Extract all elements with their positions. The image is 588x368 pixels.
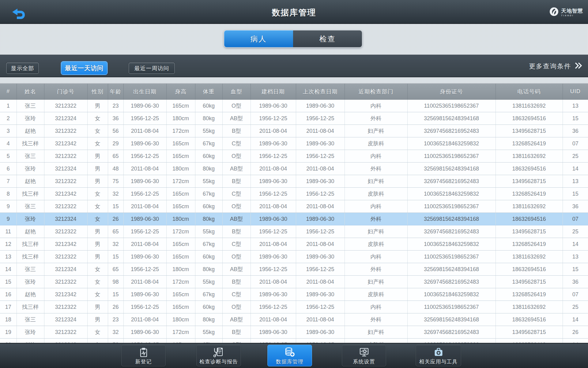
table-row[interactable]: 18张三3212324男232011-08-04180cm80kgAB型2011…: [0, 313, 588, 326]
table-cell: 325698156248394168: [407, 213, 496, 225]
table-cell: 3212322: [44, 276, 87, 288]
table-cell: 55kg: [195, 326, 222, 339]
table-row[interactable]: 16赵艳3212342女151989-06-30165cm67kgC型1989-…: [0, 288, 588, 301]
table-row[interactable]: 7赵艳3212322男751989-06-30172cm55kgB型1989-0…: [0, 175, 588, 188]
nav-exam-diagnosis-report-button[interactable]: 检查诊断与报告: [196, 345, 241, 366]
table-cell: 26: [108, 301, 123, 313]
table-row[interactable]: 11赵艳3212322男651956-12-25172cm55kgB型1956-…: [0, 225, 588, 238]
table-cell: 1: [0, 100, 17, 112]
show-all-button[interactable]: 显示全部: [6, 63, 39, 74]
column-header: 近期检查部门: [345, 83, 407, 100]
table-cell: 180cm: [166, 313, 195, 326]
table-row[interactable]: 17找三样3212322男261956-12-25165cm60kgO型1956…: [0, 301, 588, 313]
table-cell: 3212322: [44, 150, 87, 163]
column-header: UID: [563, 83, 588, 100]
table-cell: 15: [0, 276, 17, 288]
table-cell: 妇产科: [345, 175, 407, 188]
column-header: 上次检查日期: [296, 83, 345, 100]
database-medical-icon: [284, 347, 295, 358]
table-row[interactable]: 2张玲3212324女361956-12-25180cm80kgAB型1956-…: [0, 112, 588, 125]
table-cell: B型: [222, 326, 251, 339]
table-row[interactable]: 14张三3212324女651956-12-25180cm80kgAB型1956…: [0, 263, 588, 276]
table-cell: 326974568216952483: [407, 175, 496, 188]
table-cell: 15: [563, 263, 588, 276]
nav-label: 数据库管理: [276, 358, 303, 365]
table-cell: 75: [108, 175, 123, 188]
table-cell: 男: [87, 313, 108, 326]
table-cell: 女: [87, 112, 108, 125]
table-cell: 1989-06-30: [296, 251, 345, 263]
table-cell: 18: [0, 313, 17, 326]
nav-database-management-button[interactable]: 数据库管理: [267, 345, 312, 366]
table-cell: 110025365198652367: [407, 100, 496, 112]
table-cell: 15: [563, 112, 588, 125]
nav-apps-tools-button[interactable]: 相关应用与工具: [416, 345, 461, 366]
table-cell: 15: [563, 188, 588, 200]
table-cell: 67kg: [195, 238, 222, 251]
table-cell: 1989-06-30: [296, 137, 345, 150]
table-cell: 80kg: [195, 163, 222, 175]
tab-exam[interactable]: 检查: [293, 30, 362, 47]
table-cell: AB型: [222, 112, 251, 125]
table-cell: 14: [563, 163, 588, 175]
table-row[interactable]: 19张玲3212322女321989-06-30172cm55kgB型1989-…: [0, 326, 588, 339]
table-cell: 2011-08-04: [296, 313, 345, 326]
page-title: 数据库管理: [0, 0, 588, 24]
table-cell: 1956-12-25: [123, 188, 166, 200]
column-header: 体重: [195, 83, 222, 100]
table-cell: 110025365198652367: [407, 251, 496, 263]
table-row[interactable]: 6张玲3212324男482011-08-04180cm80kgAB型2011-…: [0, 163, 588, 175]
table-cell: 2011-08-04: [123, 200, 166, 213]
table-cell: 17: [0, 301, 17, 313]
table-row[interactable]: 3赵艳3212322女562011-08-04172cm55kgB型2011-0…: [0, 125, 588, 137]
table-cell: 外科: [345, 313, 407, 326]
patient-table: #姓名门诊号性别年龄出生日期身高体重血型建档日期上次检查日期近期检查部门身份证号…: [0, 83, 588, 351]
table-cell: 14: [0, 263, 17, 276]
column-header: 血型: [222, 83, 251, 100]
filter-bar: 显示全部 最近一天访问 最近一周访问 更多查询条件: [0, 55, 588, 77]
table-row[interactable]: 8找三样3212342女321956-12-25165cm67kgC型1956-…: [0, 188, 588, 200]
table-row[interactable]: 5张三3212322男651956-12-25165cm60kgO型1956-1…: [0, 150, 588, 163]
table-cell: B型: [222, 175, 251, 188]
table-cell: 1989-06-30: [251, 288, 296, 301]
more-query-link[interactable]: 更多查询条件: [529, 55, 582, 78]
table-cell: B型: [222, 125, 251, 137]
table-cell: 25: [563, 301, 588, 313]
table-cell: 14: [563, 313, 588, 326]
table-cell: 55kg: [195, 125, 222, 137]
nav-system-settings-button[interactable]: 系统设置: [342, 345, 386, 366]
table-row[interactable]: 12找三样3212342男322011-08-04165cm67kgC型2011…: [0, 238, 588, 251]
table-cell: 07: [563, 137, 588, 150]
table-cell: 赵艳: [17, 125, 44, 137]
table-row[interactable]: 13找三样3212322男151989-06-30165cm60kgO型1989…: [0, 251, 588, 263]
table-cell: 60kg: [195, 200, 222, 213]
table-cell: 找三样: [17, 137, 44, 150]
table-cell: 2011-08-04: [296, 125, 345, 137]
table-cell: 1989-06-30: [123, 100, 166, 112]
table-cell: C型: [222, 288, 251, 301]
table-cell: 皮肤科: [345, 137, 407, 150]
table-cell: 325698156248394168: [407, 263, 496, 276]
table-row[interactable]: 9张三3212322女152011-08-04165cm60kgO型2011-0…: [0, 200, 588, 213]
table-cell: 1989-06-30: [296, 175, 345, 188]
table-cell: 1989-06-30: [296, 100, 345, 112]
table-cell: 赵艳: [17, 175, 44, 188]
table-row[interactable]: 4找三样3212342女291989-06-30165cm67kgC型1989-…: [0, 137, 588, 150]
table-cell: 赵艳: [17, 225, 44, 238]
tab-patient[interactable]: 病人: [224, 30, 293, 47]
last-day-filter-button[interactable]: 最近一天访问: [61, 61, 107, 75]
last-week-filter-button[interactable]: 最近一周访问: [129, 63, 175, 74]
table-cell: 55kg: [195, 225, 222, 238]
table-row[interactable]: 15张玲3212322女982011-08-04172cm55kgB型2011-…: [0, 276, 588, 288]
table-cell: 80kg: [195, 313, 222, 326]
table-cell: C型: [222, 137, 251, 150]
table-cell: 325698156248394168: [407, 112, 496, 125]
table-cell: O型: [222, 150, 251, 163]
table-row[interactable]: 9张玲3212324女261989-06-30180cm80kgAB型1989-…: [0, 213, 588, 225]
nav-new-registration-button[interactable]: 新登记: [121, 345, 166, 366]
table-cell: 2011-08-04: [296, 163, 345, 175]
table-cell: 找三样: [17, 301, 44, 313]
table-cell: 1956-12-25: [296, 301, 345, 313]
table-cell: 男: [87, 251, 108, 263]
table-row[interactable]: 1张三3212322男231989-06-30165cm60kgO型1989-0…: [0, 100, 588, 112]
